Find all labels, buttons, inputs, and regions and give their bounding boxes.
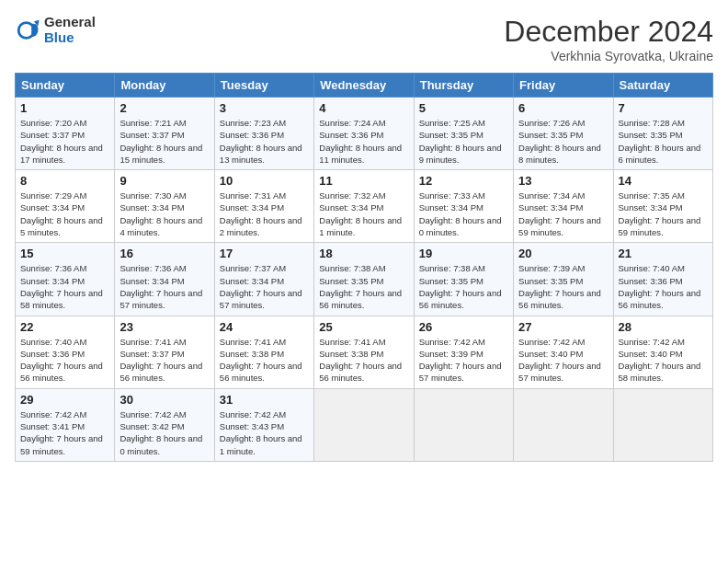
day-number: 5 — [419, 101, 508, 115]
day-info: Sunrise: 7:42 AMSunset: 3:42 PMDaylight:… — [119, 408, 209, 457]
calendar-day-19: 19Sunrise: 7:38 AMSunset: 3:35 PMDayligh… — [414, 243, 513, 316]
day-info: Sunrise: 7:33 AMSunset: 3:34 PMDaylight:… — [419, 190, 508, 238]
calendar-day-22: 22Sunrise: 7:40 AMSunset: 3:36 PMDayligh… — [16, 316, 115, 388]
day-number: 4 — [319, 101, 408, 115]
day-info: Sunrise: 7:42 AMSunset: 3:39 PMDaylight:… — [419, 336, 508, 385]
day-info: Sunrise: 7:41 AMSunset: 3:37 PMDaylight:… — [119, 336, 209, 385]
calendar-week-2: 8Sunrise: 7:29 AMSunset: 3:34 PMDaylight… — [16, 170, 713, 243]
day-number: 22 — [20, 320, 109, 334]
calendar-day-5: 5Sunrise: 7:25 AMSunset: 3:35 PMDaylight… — [414, 98, 513, 170]
calendar-day-2: 2Sunrise: 7:21 AMSunset: 3:37 PMDaylight… — [115, 98, 214, 170]
day-number: 1 — [20, 101, 109, 115]
calendar-week-4: 22Sunrise: 7:40 AMSunset: 3:36 PMDayligh… — [16, 316, 713, 388]
day-number: 3 — [220, 101, 309, 115]
weekday-header-friday: Friday — [514, 74, 613, 98]
logo-icon — [15, 17, 40, 43]
day-info: Sunrise: 7:36 AMSunset: 3:34 PMDaylight:… — [119, 262, 209, 311]
empty-cell — [414, 388, 513, 461]
calendar-day-27: 27Sunrise: 7:42 AMSunset: 3:40 PMDayligh… — [514, 316, 613, 388]
title-block: December 2024 Verkhnia Syrovatka, Ukrain… — [504, 15, 713, 63]
day-info: Sunrise: 7:21 AMSunset: 3:37 PMDaylight:… — [119, 117, 209, 166]
month-title: December 2024 — [504, 15, 713, 49]
day-info: Sunrise: 7:40 AMSunset: 3:36 PMDaylight:… — [619, 262, 708, 311]
day-number: 7 — [619, 101, 708, 115]
day-info: Sunrise: 7:38 AMSunset: 3:35 PMDaylight:… — [419, 262, 508, 311]
day-info: Sunrise: 7:30 AMSunset: 3:34 PMDaylight:… — [119, 190, 209, 238]
calendar-header-row: SundayMondayTuesdayWednesdayThursdayFrid… — [16, 74, 713, 98]
calendar-day-4: 4Sunrise: 7:24 AMSunset: 3:36 PMDaylight… — [314, 98, 414, 170]
day-number: 26 — [419, 320, 508, 334]
day-info: Sunrise: 7:42 AMSunset: 3:41 PMDaylight:… — [20, 408, 109, 457]
day-info: Sunrise: 7:42 AMSunset: 3:43 PMDaylight:… — [220, 408, 309, 457]
day-info: Sunrise: 7:41 AMSunset: 3:38 PMDaylight:… — [220, 336, 309, 385]
empty-cell — [514, 388, 613, 461]
day-number: 10 — [220, 174, 309, 188]
logo-blue: Blue — [44, 30, 96, 46]
day-info: Sunrise: 7:42 AMSunset: 3:40 PMDaylight:… — [518, 336, 608, 385]
calendar-day-25: 25Sunrise: 7:41 AMSunset: 3:38 PMDayligh… — [314, 316, 414, 388]
weekday-header-saturday: Saturday — [613, 74, 712, 98]
weekday-header-tuesday: Tuesday — [214, 74, 313, 98]
calendar-day-1: 1Sunrise: 7:20 AMSunset: 3:37 PMDaylight… — [16, 98, 115, 170]
calendar-day-17: 17Sunrise: 7:37 AMSunset: 3:34 PMDayligh… — [214, 243, 313, 316]
day-info: Sunrise: 7:39 AMSunset: 3:35 PMDaylight:… — [518, 262, 608, 311]
location: Verkhnia Syrovatka, Ukraine — [504, 49, 713, 63]
calendar-day-15: 15Sunrise: 7:36 AMSunset: 3:34 PMDayligh… — [16, 243, 115, 316]
day-info: Sunrise: 7:40 AMSunset: 3:36 PMDaylight:… — [20, 336, 109, 385]
calendar-day-6: 6Sunrise: 7:26 AMSunset: 3:35 PMDaylight… — [514, 98, 613, 170]
calendar-day-16: 16Sunrise: 7:36 AMSunset: 3:34 PMDayligh… — [115, 243, 214, 316]
day-number: 29 — [20, 393, 109, 407]
calendar-day-9: 9Sunrise: 7:30 AMSunset: 3:34 PMDaylight… — [115, 170, 214, 243]
day-number: 24 — [220, 320, 309, 334]
day-info: Sunrise: 7:38 AMSunset: 3:35 PMDaylight:… — [319, 262, 408, 311]
day-info: Sunrise: 7:42 AMSunset: 3:40 PMDaylight:… — [619, 336, 708, 385]
calendar-day-10: 10Sunrise: 7:31 AMSunset: 3:34 PMDayligh… — [214, 170, 313, 243]
weekday-header-thursday: Thursday — [414, 74, 513, 98]
day-info: Sunrise: 7:35 AMSunset: 3:34 PMDaylight:… — [619, 190, 708, 238]
day-number: 15 — [20, 247, 109, 260]
day-info: Sunrise: 7:23 AMSunset: 3:36 PMDaylight:… — [220, 117, 309, 166]
day-info: Sunrise: 7:20 AMSunset: 3:37 PMDaylight:… — [20, 117, 109, 166]
day-number: 31 — [220, 393, 309, 407]
day-number: 17 — [220, 247, 309, 260]
calendar-day-24: 24Sunrise: 7:41 AMSunset: 3:38 PMDayligh… — [214, 316, 313, 388]
calendar-week-3: 15Sunrise: 7:36 AMSunset: 3:34 PMDayligh… — [16, 243, 713, 316]
day-number: 2 — [119, 101, 209, 115]
calendar-day-13: 13Sunrise: 7:34 AMSunset: 3:34 PMDayligh… — [514, 170, 613, 243]
day-info: Sunrise: 7:37 AMSunset: 3:34 PMDaylight:… — [220, 262, 309, 311]
calendar-day-8: 8Sunrise: 7:29 AMSunset: 3:34 PMDaylight… — [16, 170, 115, 243]
day-info: Sunrise: 7:31 AMSunset: 3:34 PMDaylight:… — [220, 190, 309, 238]
empty-cell — [613, 388, 712, 461]
calendar-day-7: 7Sunrise: 7:28 AMSunset: 3:35 PMDaylight… — [613, 98, 712, 170]
logo-text: General Blue — [44, 15, 96, 45]
calendar-day-3: 3Sunrise: 7:23 AMSunset: 3:36 PMDaylight… — [214, 98, 313, 170]
weekday-header-sunday: Sunday — [16, 74, 115, 98]
calendar-week-1: 1Sunrise: 7:20 AMSunset: 3:37 PMDaylight… — [16, 98, 713, 170]
calendar-day-28: 28Sunrise: 7:42 AMSunset: 3:40 PMDayligh… — [613, 316, 712, 388]
day-info: Sunrise: 7:26 AMSunset: 3:35 PMDaylight:… — [518, 117, 608, 166]
day-info: Sunrise: 7:28 AMSunset: 3:35 PMDaylight:… — [619, 117, 708, 166]
day-number: 14 — [619, 174, 708, 188]
day-number: 27 — [518, 320, 608, 334]
weekday-header-monday: Monday — [115, 74, 214, 98]
day-number: 25 — [319, 320, 408, 334]
calendar-week-5: 29Sunrise: 7:42 AMSunset: 3:41 PMDayligh… — [16, 388, 713, 461]
page-header: General Blue December 2024 Verkhnia Syro… — [15, 15, 713, 63]
logo: General Blue — [15, 15, 96, 45]
day-number: 19 — [419, 247, 508, 260]
day-number: 11 — [319, 174, 408, 188]
day-info: Sunrise: 7:34 AMSunset: 3:34 PMDaylight:… — [518, 190, 608, 238]
day-info: Sunrise: 7:36 AMSunset: 3:34 PMDaylight:… — [20, 262, 109, 311]
weekday-header-wednesday: Wednesday — [314, 74, 414, 98]
day-number: 13 — [518, 174, 608, 188]
day-number: 12 — [419, 174, 508, 188]
calendar-day-23: 23Sunrise: 7:41 AMSunset: 3:37 PMDayligh… — [115, 316, 214, 388]
day-info: Sunrise: 7:32 AMSunset: 3:34 PMDaylight:… — [319, 190, 408, 238]
day-number: 20 — [518, 247, 608, 260]
day-number: 8 — [20, 174, 109, 188]
calendar-day-14: 14Sunrise: 7:35 AMSunset: 3:34 PMDayligh… — [613, 170, 712, 243]
day-number: 6 — [518, 101, 608, 115]
calendar-day-30: 30Sunrise: 7:42 AMSunset: 3:42 PMDayligh… — [115, 388, 214, 461]
day-number: 21 — [619, 247, 708, 260]
calendar-day-29: 29Sunrise: 7:42 AMSunset: 3:41 PMDayligh… — [16, 388, 115, 461]
